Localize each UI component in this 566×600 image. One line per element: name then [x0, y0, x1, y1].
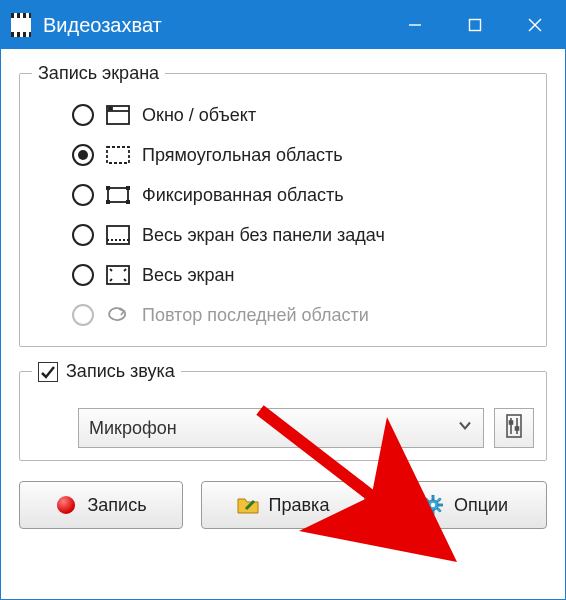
close-button[interactable]: [505, 1, 565, 49]
svg-rect-26: [425, 498, 429, 502]
action-buttons: Запись Правка: [19, 481, 547, 529]
mode-label: Фиксированная область: [142, 185, 344, 206]
radio-icon: [72, 184, 94, 206]
mode-label: Повтор последней области: [142, 305, 369, 326]
svg-rect-24: [423, 504, 427, 506]
radio-icon: [72, 304, 94, 326]
mode-label: Весь экран: [142, 265, 234, 286]
window-icon: [106, 104, 130, 126]
audio-device-selected: Микрофон: [89, 418, 177, 439]
mode-rectangle[interactable]: Прямоугольная область: [72, 140, 534, 170]
svg-rect-28: [425, 508, 429, 512]
svg-rect-10: [126, 186, 130, 190]
mixer-icon: [504, 414, 524, 442]
svg-rect-6: [109, 108, 112, 110]
svg-rect-12: [126, 200, 130, 204]
svg-rect-25: [438, 504, 442, 506]
mode-window-object[interactable]: Окно / объект: [72, 100, 534, 130]
audio-device-row: Микрофон: [32, 408, 534, 448]
mode-label: Весь экран без панели задач: [142, 225, 385, 246]
client-area: Запись экрана Окно / объект Прямоугольна…: [1, 49, 565, 599]
mode-fullscreen[interactable]: Весь экран: [72, 260, 534, 290]
mode-label: Окно / объект: [142, 105, 256, 126]
mode-fixed-area[interactable]: Фиксированная область: [72, 180, 534, 210]
fixed-rectangle-icon: [106, 184, 130, 206]
svg-rect-1: [470, 20, 481, 31]
repeat-icon: [106, 304, 130, 326]
svg-rect-9: [106, 186, 110, 190]
checkbox-icon: [38, 362, 58, 382]
svg-rect-8: [108, 188, 128, 202]
radio-icon: [72, 264, 94, 286]
audio-record-label: Запись звука: [66, 361, 175, 382]
window-controls: [385, 1, 565, 49]
svg-rect-23: [432, 511, 434, 515]
minimize-button[interactable]: [385, 1, 445, 49]
edit-button[interactable]: Правка: [201, 481, 365, 529]
gear-icon: [422, 494, 444, 516]
record-label: Запись: [87, 495, 146, 516]
record-button[interactable]: Запись: [19, 481, 183, 529]
folder-edit-icon: [237, 494, 259, 516]
radio-icon: [72, 144, 94, 166]
window-title: Видеозахват: [43, 14, 385, 37]
svg-rect-13: [107, 226, 129, 244]
radio-icon: [72, 104, 94, 126]
screen-recording-legend: Запись экрана: [32, 63, 165, 84]
svg-rect-29: [437, 508, 441, 512]
svg-rect-22: [432, 496, 434, 500]
screen-recording-group: Запись экрана Окно / объект Прямоугольна…: [19, 63, 547, 347]
svg-rect-16: [507, 415, 521, 437]
audio-device-select[interactable]: Микрофон: [78, 408, 484, 448]
capture-mode-list: Окно / объект Прямоугольная область Фикс…: [32, 96, 534, 334]
svg-rect-20: [516, 427, 519, 430]
video-capture-window: Видеозахват Запись экрана Окн: [0, 0, 566, 600]
radio-icon: [72, 224, 94, 246]
fullscreen-icon: [106, 264, 130, 286]
svg-rect-7: [107, 147, 129, 163]
maximize-button[interactable]: [445, 1, 505, 49]
audio-record-checkbox[interactable]: Запись звука: [38, 361, 175, 382]
film-icon: [11, 13, 31, 37]
svg-rect-11: [106, 200, 110, 204]
options-label: Опции: [454, 495, 508, 516]
options-button[interactable]: Опции: [383, 481, 547, 529]
audio-recording-group: Запись звука Микрофон: [19, 361, 547, 461]
audio-mixer-button[interactable]: [494, 408, 534, 448]
titlebar[interactable]: Видеозахват: [1, 1, 565, 49]
svg-rect-27: [437, 498, 441, 502]
record-icon: [55, 494, 77, 516]
mode-repeat-last: Повтор последней области: [72, 300, 534, 330]
svg-point-30: [431, 503, 435, 507]
screen-no-taskbar-icon: [106, 224, 130, 246]
chevron-down-icon: [457, 418, 473, 439]
mode-label: Прямоугольная область: [142, 145, 343, 166]
edit-label: Правка: [269, 495, 330, 516]
svg-rect-19: [510, 421, 513, 424]
mode-fullscreen-no-taskbar[interactable]: Весь экран без панели задач: [72, 220, 534, 250]
dashed-rectangle-icon: [106, 144, 130, 166]
